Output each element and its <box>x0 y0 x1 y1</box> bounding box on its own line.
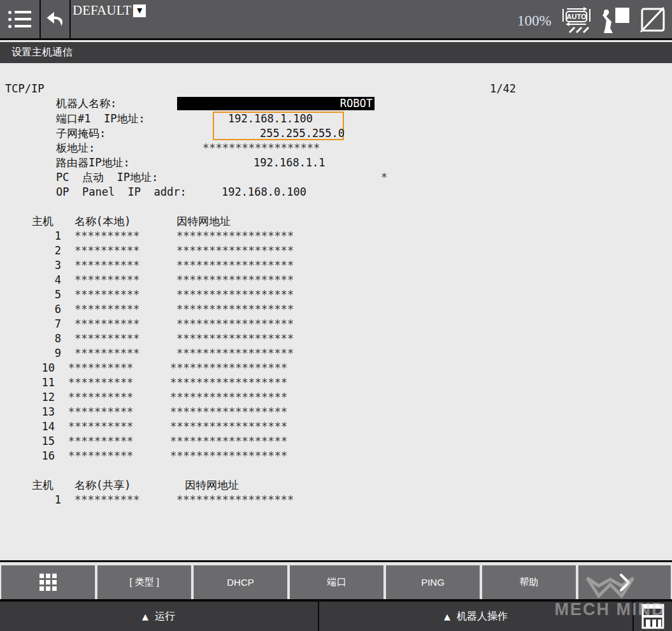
host-num: 13 <box>33 406 55 418</box>
local-host-row[interactable]: 7**************************** <box>0 318 672 330</box>
host-addr: ****************** <box>176 230 294 242</box>
host-name: ********** <box>75 318 139 330</box>
keyboard-panel-icon <box>641 604 664 629</box>
dropdown-box: ▼ <box>133 4 146 17</box>
local-host-row[interactable]: 14**************************** <box>0 421 672 433</box>
host-num: 11 <box>33 377 55 389</box>
host-addr: ****************** <box>176 347 294 359</box>
fn-key-label: [ 类型 ] <box>129 576 159 588</box>
fn-key-ping[interactable]: PING <box>386 565 480 599</box>
host-addr: ****************** <box>176 494 294 506</box>
host-addr: ****************** <box>176 259 294 272</box>
pc-jog-ip-field[interactable]: * <box>381 171 387 184</box>
local-host-row[interactable]: 1**************************** <box>0 230 672 242</box>
subnet-mask-field[interactable]: 255.255.255.0 <box>260 127 345 140</box>
local-host-row[interactable]: 6**************************** <box>0 303 672 316</box>
host-addr: ****************** <box>170 406 287 418</box>
local-host-row[interactable]: 16**************************** <box>0 450 672 462</box>
local-host-row[interactable]: 11**************************** <box>0 377 672 389</box>
board-address-field[interactable]: ****************** <box>203 142 320 154</box>
menu-grid-key[interactable] <box>1 565 95 599</box>
host-name: ********** <box>68 406 133 418</box>
host-addr: ****************** <box>176 274 294 286</box>
next-page-key[interactable] <box>578 565 671 599</box>
local-hosts-col-host: 主机 <box>32 215 54 228</box>
port1-ip-label: 端口#1 IP地址: <box>56 113 145 125</box>
run-status-label: 运行 <box>155 610 175 623</box>
screen-off-icon[interactable] <box>638 6 668 33</box>
top-bar: DEFAULT ▼ 100% AUTO <box>0 0 672 40</box>
fn-key-type[interactable]: [ 类型 ] <box>97 565 191 599</box>
host-name: ********** <box>75 303 139 316</box>
host-num: 9 <box>39 347 61 359</box>
virtual-keyboard-button[interactable] <box>634 602 672 631</box>
local-host-row[interactable]: 12**************************** <box>0 391 672 403</box>
router-ip-label: 路由器IP地址: <box>56 157 130 169</box>
topbar-divider <box>69 0 71 38</box>
back-arrow-icon <box>45 8 66 31</box>
local-host-row[interactable]: 2**************************** <box>0 245 672 257</box>
robot-operation-label: 机器人操作 <box>457 610 508 623</box>
local-host-row[interactable]: 8**************************** <box>0 333 672 345</box>
host-num: 6 <box>39 303 61 316</box>
title-bar: 设置主机通信 <box>0 42 672 63</box>
host-addr: ****************** <box>176 318 294 330</box>
shared-hosts-col-name: 名称(共享) <box>75 479 131 491</box>
host-num: 14 <box>33 421 55 433</box>
host-num: 2 <box>39 245 61 257</box>
pc-jog-ip-label: PC 点动 IP地址: <box>56 171 158 184</box>
fn-key-dhcp[interactable]: DHCP <box>194 565 287 599</box>
local-host-row[interactable]: 4**************************** <box>0 274 672 286</box>
host-name: ********** <box>68 377 133 389</box>
teach-pendant-screen: DEFAULT ▼ 100% AUTO <box>0 0 672 631</box>
back-button[interactable] <box>41 0 69 38</box>
host-num: 16 <box>33 450 55 462</box>
host-name: ********** <box>75 347 139 359</box>
op-panel-ip-field[interactable]: 192.168.0.100 <box>222 186 306 198</box>
local-host-row[interactable]: 5**************************** <box>0 289 672 301</box>
host-num: 3 <box>39 259 61 272</box>
robot-name-label: 机器人名称: <box>56 98 117 110</box>
run-status-tab[interactable]: ▲ 运行 <box>0 602 317 631</box>
section-title: TCP/IP <box>5 83 44 95</box>
robot-operation-tab[interactable]: ▲ 机器人操作 <box>319 602 633 631</box>
fn-key-label: 帮助 <box>520 576 539 588</box>
program-select-dropdown[interactable]: DEFAULT ▼ <box>73 3 146 18</box>
robot-name-field[interactable]: ROBOT <box>177 97 375 110</box>
function-key-bar: [ 类型 ] DHCP 端口 PING 帮助 <box>0 560 672 602</box>
host-addr: ****************** <box>176 245 294 257</box>
host-num: 4 <box>39 274 61 286</box>
robot-screen-icon[interactable] <box>600 6 631 34</box>
host-addr: ****************** <box>170 435 287 447</box>
local-host-row[interactable]: 13**************************** <box>0 406 672 418</box>
host-name: ********** <box>75 230 139 242</box>
local-host-row[interactable]: 10**************************** <box>0 362 672 374</box>
fn-key-help[interactable]: 帮助 <box>482 565 576 599</box>
host-name: ********** <box>68 435 133 447</box>
host-name: ********** <box>75 274 139 286</box>
host-addr: ****************** <box>170 450 287 462</box>
hamburger-list-icon <box>8 11 31 28</box>
fn-key-port[interactable]: 端口 <box>290 565 383 599</box>
local-host-row[interactable]: 15**************************** <box>0 435 672 447</box>
local-host-row[interactable]: 3**************************** <box>0 259 672 272</box>
host-name: ********** <box>75 333 139 345</box>
zoom-level[interactable]: 100% <box>517 13 552 29</box>
host-name: ********** <box>68 450 133 462</box>
board-address-label: 板地址: <box>56 142 95 154</box>
grid-icon <box>39 574 57 591</box>
host-num: 8 <box>39 333 61 345</box>
local-host-row[interactable]: 9**************************** <box>0 347 672 359</box>
shared-host-row[interactable]: 1**************************** <box>0 494 672 506</box>
host-name: ********** <box>68 421 133 433</box>
menu-button[interactable] <box>0 0 39 38</box>
host-name: ********** <box>68 391 133 403</box>
host-num: 10 <box>33 362 55 374</box>
port1-ip-field[interactable]: 192.168.1.100 <box>228 113 313 125</box>
host-num: 7 <box>39 318 61 330</box>
router-ip-field[interactable]: 192.168.1.1 <box>254 157 325 169</box>
shared-hosts-col-addr: 因特网地址 <box>185 479 239 491</box>
host-num: 15 <box>33 435 55 447</box>
auto-mode-icon[interactable]: AUTO <box>559 7 595 34</box>
host-num: 12 <box>33 391 55 403</box>
